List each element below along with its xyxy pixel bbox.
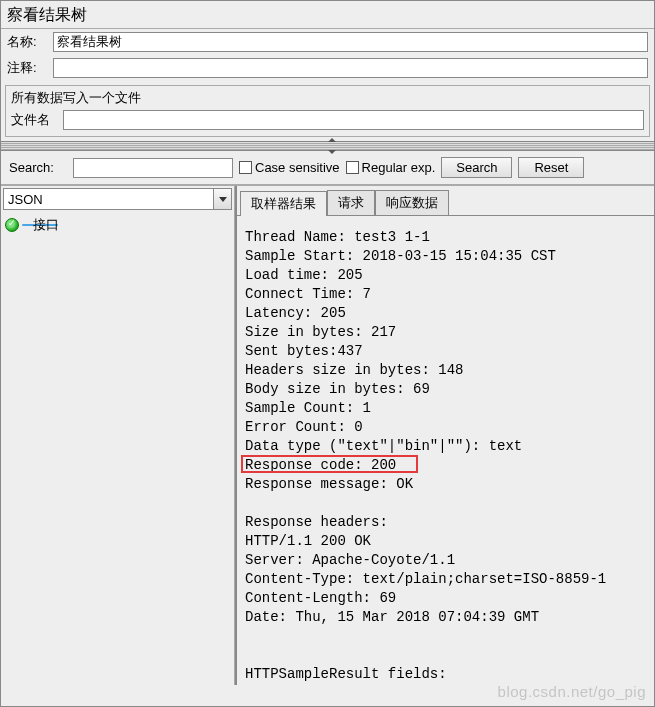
result-line: Sample Count: 1 bbox=[245, 400, 371, 416]
result-line: Response message: OK bbox=[245, 476, 413, 492]
search-bar: Search: Case sensitive Regular exp. Sear… bbox=[1, 151, 654, 185]
main-split: JSON 接口 取样器结果 请求 响应数据 Thread Name: test3… bbox=[1, 185, 654, 685]
result-line: Response code: 200 bbox=[245, 457, 396, 473]
comment-input[interactable] bbox=[53, 58, 648, 78]
sampler-result-text: Thread Name: test3 1-1 Sample Start: 201… bbox=[237, 216, 654, 685]
result-line: Body size in bytes: 69 bbox=[245, 381, 430, 397]
name-row: 名称: bbox=[1, 29, 654, 55]
tree-item[interactable]: 接口 bbox=[3, 215, 232, 235]
panel-title: 察看结果树 bbox=[1, 1, 654, 29]
search-label: Search: bbox=[9, 160, 67, 175]
result-line: Data type ("text"|"bin"|""): text bbox=[245, 438, 522, 454]
checkbox-icon bbox=[239, 161, 252, 174]
tab-sampler-result[interactable]: 取样器结果 bbox=[240, 191, 327, 216]
tree-item-suffix: 接口 bbox=[33, 216, 59, 234]
result-line: Server: Apache-Coyote/1.1 bbox=[245, 552, 455, 568]
result-line: Sent bytes:437 bbox=[245, 343, 363, 359]
result-line: Latency: 205 bbox=[245, 305, 346, 321]
case-sensitive-label: Case sensitive bbox=[255, 160, 340, 175]
renderer-combo[interactable]: JSON bbox=[3, 188, 232, 210]
reset-button[interactable]: Reset bbox=[518, 157, 584, 178]
case-sensitive-checkbox[interactable]: Case sensitive bbox=[239, 160, 340, 175]
results-tree[interactable]: 接口 bbox=[1, 212, 234, 685]
checkbox-icon bbox=[346, 161, 359, 174]
result-line: Load time: 205 bbox=[245, 267, 363, 283]
result-line: HTTPSampleResult fields: bbox=[245, 666, 447, 682]
search-button[interactable]: Search bbox=[441, 157, 512, 178]
result-line: Date: Thu, 15 Mar 2018 07:04:39 GMT bbox=[245, 609, 539, 625]
file-section: 所有数据写入一个文件 文件名 bbox=[5, 85, 650, 137]
regex-checkbox[interactable]: Regular exp. bbox=[346, 160, 436, 175]
file-section-heading: 所有数据写入一个文件 bbox=[11, 89, 644, 107]
name-input[interactable] bbox=[53, 32, 648, 52]
tab-request[interactable]: 请求 bbox=[327, 190, 375, 215]
filename-input[interactable] bbox=[63, 110, 644, 130]
result-line: Size in bytes: 217 bbox=[245, 324, 396, 340]
result-line: Response headers: bbox=[245, 514, 388, 530]
left-pane: JSON 接口 bbox=[1, 186, 235, 685]
comment-label: 注释: bbox=[7, 59, 49, 77]
filename-label: 文件名 bbox=[11, 111, 59, 129]
watermark: blog.csdn.net/go_pig bbox=[498, 683, 646, 700]
result-line: Error Count: 0 bbox=[245, 419, 363, 435]
results-tree-panel: 察看结果树 名称: 注释: 所有数据写入一个文件 文件名 Search: Cas… bbox=[0, 0, 655, 707]
chevron-down-icon bbox=[213, 189, 231, 209]
comment-row: 注释: bbox=[1, 55, 654, 81]
right-pane: 取样器结果 请求 响应数据 Thread Name: test3 1-1 Sam… bbox=[235, 186, 654, 685]
result-line: Connect Time: 7 bbox=[245, 286, 371, 302]
result-line: Content-Length: 69 bbox=[245, 590, 396, 606]
success-icon bbox=[5, 218, 19, 232]
result-line: Content-Type: text/plain;charset=ISO-885… bbox=[245, 571, 606, 587]
search-input[interactable] bbox=[73, 158, 233, 178]
result-line: Thread Name: test3 1-1 bbox=[245, 229, 430, 245]
renderer-combo-value: JSON bbox=[4, 192, 213, 207]
result-line: Sample Start: 2018-03-15 15:04:35 CST bbox=[245, 248, 556, 264]
split-handle-icon[interactable] bbox=[1, 141, 654, 151]
result-tabs: 取样器结果 请求 响应数据 bbox=[237, 186, 654, 216]
result-line: HTTP/1.1 200 OK bbox=[245, 533, 371, 549]
regex-label: Regular exp. bbox=[362, 160, 436, 175]
name-label: 名称: bbox=[7, 33, 49, 51]
result-line: Headers size in bytes: 148 bbox=[245, 362, 463, 378]
tab-response-data[interactable]: 响应数据 bbox=[375, 190, 449, 215]
